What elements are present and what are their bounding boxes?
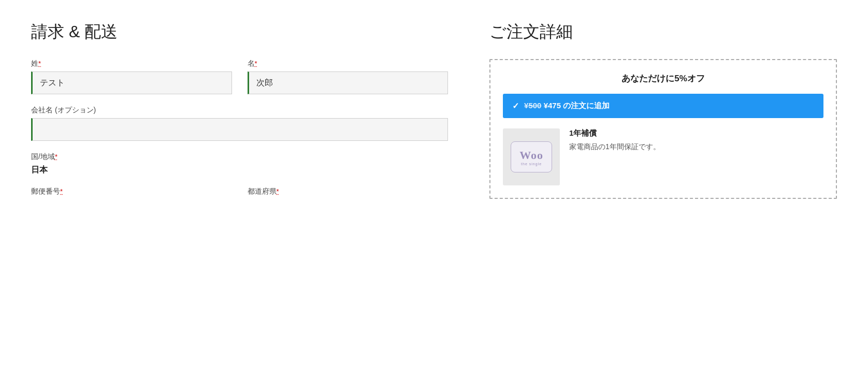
product-image: Woo the single xyxy=(503,128,560,185)
prefecture-label: 都道府県* xyxy=(248,187,449,196)
last-name-input[interactable] xyxy=(31,71,232,94)
first-name-input[interactable] xyxy=(248,71,449,94)
order-title: ご注文詳細 xyxy=(489,21,837,44)
checkmark-icon: ✓ xyxy=(512,101,519,111)
first-name-label: 名* xyxy=(248,59,449,68)
discount-heading: あなただけに5%オフ xyxy=(503,73,823,84)
woo-text: Woo xyxy=(519,149,543,162)
order-details-section: ご注文詳細 あなただけに5%オフ ✓ ¥500 ¥475 の注文に追加 Woo … xyxy=(489,21,837,211)
discounted-price: ¥475 xyxy=(544,101,561,110)
product-name: 1年補償 xyxy=(569,128,823,138)
company-label: 会社名 (オプション) xyxy=(31,106,448,115)
product-description: 家電商品の1年間保証です。 xyxy=(569,141,823,152)
country-required: * xyxy=(55,153,57,161)
last-name-group: 姓* xyxy=(31,59,232,94)
postal-group: 郵便番号* xyxy=(31,187,232,199)
page-wrapper: 請求 & 配送 姓* 名* 会社名 (オプション) xyxy=(0,0,868,232)
country-value: 日本 xyxy=(31,165,448,176)
original-price: ¥500 xyxy=(524,101,541,110)
company-row: 会社名 (オプション) xyxy=(31,106,448,141)
add-to-order-button[interactable]: ✓ ¥500 ¥475 の注文に追加 xyxy=(503,94,823,118)
country-label: 国/地域* xyxy=(31,152,448,162)
woo-logo: Woo the single xyxy=(511,141,552,172)
country-group: 国/地域* 日本 xyxy=(31,152,448,176)
billing-title: 請求 & 配送 xyxy=(31,21,448,44)
first-name-required: * xyxy=(255,60,257,67)
postal-row: 郵便番号* 都道府県* xyxy=(31,187,448,199)
prefecture-group: 都道府県* xyxy=(248,187,449,199)
postal-required: * xyxy=(60,187,63,195)
name-row: 姓* 名* xyxy=(31,59,448,94)
first-name-group: 名* xyxy=(248,59,449,94)
company-group: 会社名 (オプション) xyxy=(31,106,448,141)
postal-label: 郵便番号* xyxy=(31,187,232,196)
order-box: あなただけに5%オフ ✓ ¥500 ¥475 の注文に追加 Woo the si… xyxy=(489,59,837,199)
prefecture-required: * xyxy=(277,187,279,195)
selected-option-text: ¥500 ¥475 の注文に追加 xyxy=(524,101,610,111)
billing-shipping-section: 請求 & 配送 姓* 名* 会社名 (オプション) xyxy=(31,21,448,211)
last-name-required: * xyxy=(38,60,41,67)
product-row: Woo the single 1年補償 家電商品の1年間保証です。 xyxy=(503,128,823,185)
order-label: の注文に追加 xyxy=(561,101,610,110)
company-input[interactable] xyxy=(31,118,448,141)
product-info: 1年補償 家電商品の1年間保証です。 xyxy=(569,128,823,152)
woo-subtext: the single xyxy=(521,162,542,166)
last-name-label: 姓* xyxy=(31,59,232,68)
